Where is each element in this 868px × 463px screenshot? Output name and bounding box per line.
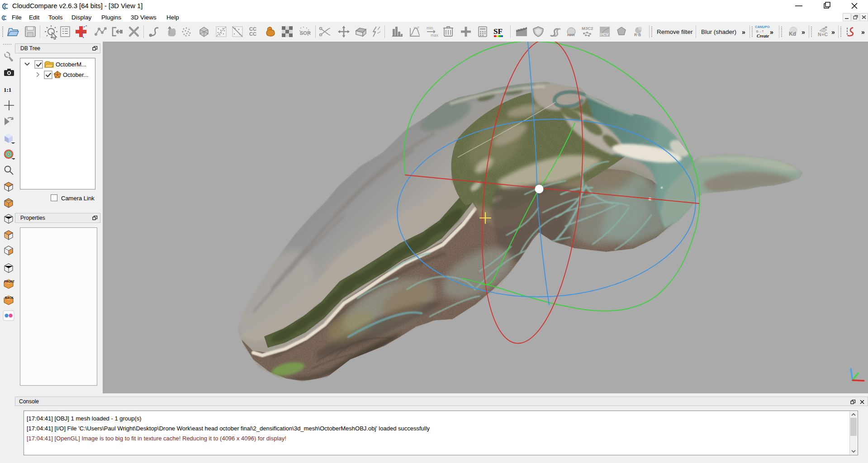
svg-text:1:1: 1:1 — [4, 86, 11, 93]
svg-text:max: max — [431, 33, 439, 38]
svg-text:⤒: ⤒ — [762, 30, 764, 33]
svg-text:October...: October... — [63, 71, 88, 78]
svg-text:SOR: SOR — [300, 30, 311, 36]
svg-text:BACK: BACK — [5, 296, 14, 299]
svg-text:μ,σ: μ,σ — [414, 25, 419, 29]
svg-text:N+C: N+C — [818, 32, 828, 37]
svg-text:FRONT: FRONT — [5, 280, 14, 283]
svg-text:»: » — [802, 28, 805, 36]
svg-text:»: » — [770, 28, 773, 36]
svg-text:PCV: PCV — [600, 32, 609, 37]
svg-text:⚙→: ⚙→ — [756, 30, 762, 33]
svg-text:»: » — [742, 28, 745, 36]
svg-text:»: » — [861, 28, 865, 36]
svg-text:»: » — [831, 28, 835, 36]
svg-text:SF: SF — [493, 27, 503, 36]
svg-text:Blur (shader): Blur (shader) — [701, 28, 736, 35]
svg-text:min: min — [427, 26, 433, 30]
svg-text:CANUPO: CANUPO — [755, 25, 770, 29]
svg-text:CC: CC — [249, 31, 256, 37]
svg-text:R·B: R·B — [634, 33, 641, 37]
svg-text:OctoberM...: OctoberM... — [56, 61, 86, 68]
svg-text:Create: Create — [757, 33, 769, 38]
svg-text:Kd: Kd — [789, 31, 796, 37]
svg-text:M3C2: M3C2 — [582, 26, 593, 31]
svg-text:HPR: HPR — [567, 33, 575, 37]
svg-text:Remove filter: Remove filter — [657, 28, 693, 35]
